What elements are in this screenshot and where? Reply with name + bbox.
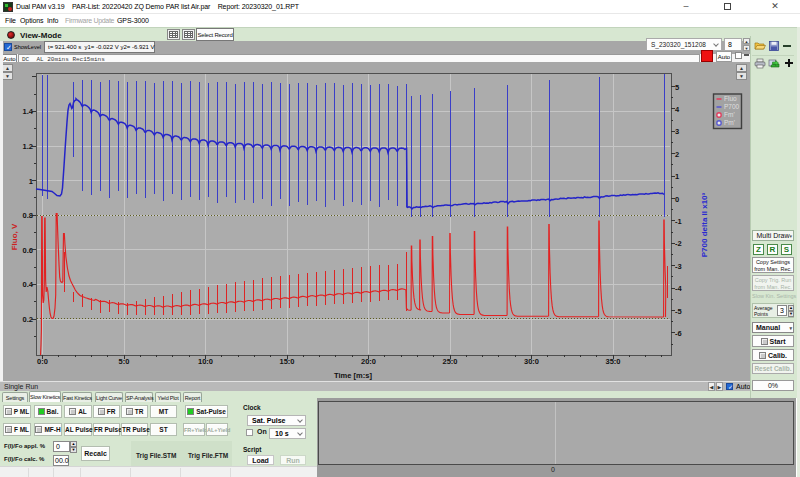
svg-text:1.2: 1.2	[23, 142, 33, 151]
svg-text:2: 2	[675, 150, 679, 159]
svg-text:-5: -5	[675, 307, 682, 316]
svg-text:5: 5	[675, 83, 679, 92]
svg-text:0.4: 0.4	[23, 280, 34, 289]
svg-text:0: 0	[675, 195, 679, 204]
svg-text:P700 delta II x10³: P700 delta II x10³	[700, 192, 709, 257]
svg-text:0.6: 0.6	[23, 246, 33, 255]
svg-text:Fluo: Fluo	[724, 95, 737, 102]
svg-text:0.2: 0.2	[23, 315, 33, 324]
svg-text:Pm': Pm'	[724, 119, 735, 126]
svg-text:15:0: 15:0	[279, 357, 294, 366]
svg-text:0.8: 0.8	[23, 211, 33, 220]
svg-text:1: 1	[29, 177, 33, 186]
svg-text:20:0: 20:0	[361, 357, 376, 366]
svg-text:5:0: 5:0	[119, 357, 130, 366]
svg-text:Fm': Fm'	[724, 111, 735, 118]
svg-text:1.4: 1.4	[23, 107, 34, 116]
svg-text:0:0: 0:0	[37, 357, 48, 366]
svg-text:Time [m:s]: Time [m:s]	[334, 371, 372, 380]
svg-text:3: 3	[675, 127, 679, 136]
svg-text:-1: -1	[675, 217, 682, 226]
svg-text:30:0: 30:0	[524, 357, 539, 366]
svg-text:-3: -3	[675, 262, 682, 271]
svg-text:-6: -6	[675, 329, 682, 338]
svg-text:Fluo, V: Fluo, V	[10, 223, 19, 250]
svg-text:10:0: 10:0	[198, 357, 213, 366]
svg-text:1: 1	[675, 172, 679, 181]
svg-text:35:0: 35:0	[605, 357, 620, 366]
svg-text:-4: -4	[675, 284, 682, 293]
svg-text:-2: -2	[675, 239, 682, 248]
svg-text:P700: P700	[724, 103, 740, 110]
svg-text:25:0: 25:0	[442, 357, 457, 366]
